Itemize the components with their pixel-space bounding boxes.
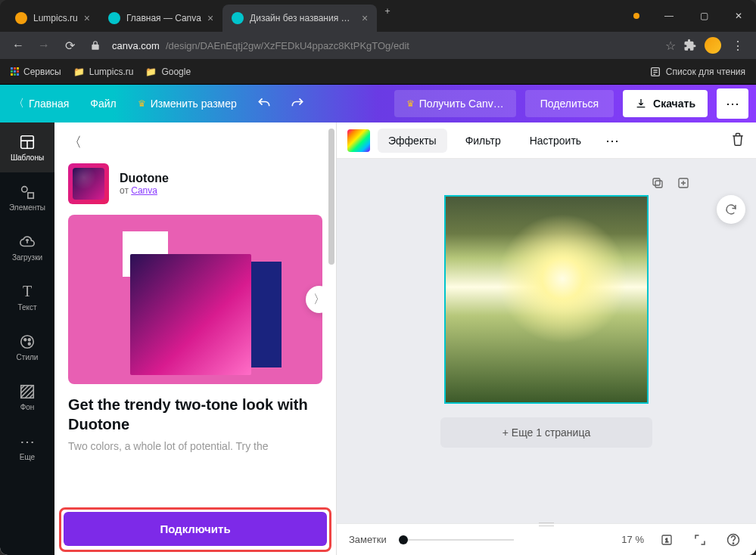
chevron-left-icon: 〈 (14, 97, 24, 110)
svg-point-9 (21, 335, 34, 348)
browser-tab[interactable]: Lumpics.ru × (6, 5, 99, 32)
crown-icon: ♛ (138, 98, 146, 109)
svg-text:1: 1 (665, 537, 668, 544)
bookmark-star-icon[interactable]: ☆ (665, 39, 676, 53)
close-icon[interactable]: × (362, 12, 368, 24)
browser-tab[interactable]: Главная — Canva × (99, 5, 222, 32)
grid-view-icon[interactable]: 1 (656, 529, 677, 550)
help-icon[interactable] (723, 529, 744, 550)
extensions-icon[interactable] (683, 39, 697, 52)
rail-text[interactable]: T Текст (0, 272, 54, 322)
bookmark-label: Сервисы (23, 67, 61, 77)
side-panel: 〈 Duotone от Canva 〉 (54, 122, 336, 555)
reading-list-button[interactable]: Список для чтения (649, 66, 745, 78)
toolbar-label: Главная (29, 98, 69, 110)
author-link[interactable]: Canva (131, 185, 157, 196)
page-image (446, 197, 647, 402)
share-button[interactable]: Поделиться (525, 90, 614, 117)
rail-templates[interactable]: Шаблоны (0, 122, 54, 172)
duplicate-page-icon[interactable] (649, 174, 667, 192)
reading-list-icon (649, 66, 661, 78)
get-pro-button[interactable]: ♛ Получить Canv… (394, 90, 516, 117)
styles-icon (19, 333, 36, 350)
minimize-button[interactable]: ― (652, 0, 686, 32)
footer-drag-handle[interactable] (531, 519, 562, 529)
toolbar-label: Скачать (653, 98, 695, 110)
forward-button[interactable]: → (35, 36, 53, 54)
elements-icon (19, 184, 36, 200)
toolbar-label: Получить Canv… (419, 98, 504, 110)
file-menu[interactable]: Файл (84, 93, 122, 114)
lock-icon[interactable] (86, 36, 104, 54)
bookmark-label: Google (161, 67, 191, 77)
canvas-area: Эффекты Фильтр Настроить ⋯ (336, 122, 756, 555)
close-window-button[interactable]: ✕ (721, 0, 756, 32)
bookmark-folder[interactable]: 📁 Lumpics.ru (73, 67, 134, 77)
design-page[interactable] (444, 195, 649, 404)
panel-title: Get the trendy two-tone look with Duoton… (68, 395, 322, 434)
zoom-level[interactable]: 17 % (621, 534, 644, 545)
rail-background[interactable]: Фон (0, 372, 54, 422)
reload-button[interactable]: ⟳ (61, 36, 79, 54)
resize-menu[interactable]: ♛ Изменить размер (132, 93, 243, 114)
site-icon (108, 12, 120, 24)
panel-scrollbar[interactable] (328, 129, 334, 510)
app-toolbar: 〈 Главная Файл ♛ Изменить размер ♛ Получ… (0, 85, 756, 122)
url-bar: ← → ⟳ canva.com/design/DAEnEqtj2gw/XzFED… (0, 32, 756, 59)
maximize-button[interactable]: ▢ (686, 0, 721, 32)
close-icon[interactable]: × (207, 12, 213, 24)
back-button[interactable]: ← (9, 36, 27, 54)
panel-back-button[interactable]: 〈 (68, 133, 82, 151)
bookmarks-bar: Сервисы 📁 Lumpics.ru 📁 Google Список для… (0, 59, 756, 85)
site-icon (15, 12, 27, 24)
fullscreen-icon[interactable] (689, 529, 711, 550)
undo-button[interactable] (252, 91, 276, 116)
app-name: Duotone (120, 172, 169, 185)
bookmark-folder[interactable]: 📁 Google (145, 67, 191, 77)
svg-rect-8 (28, 192, 33, 197)
gallery-next-button[interactable]: 〉 (306, 286, 322, 313)
svg-point-7 (22, 186, 27, 191)
close-icon[interactable]: × (84, 12, 90, 24)
rail-styles[interactable]: Стили (0, 322, 54, 372)
redo-button[interactable] (285, 91, 310, 116)
delete-button[interactable] (730, 132, 745, 150)
add-page-icon[interactable] (674, 174, 692, 192)
rail-uploads[interactable]: Загрузки (0, 222, 54, 272)
download-icon (635, 98, 647, 110)
browser-tab-active[interactable]: Дизайн без названия — 1481 × (222, 5, 377, 32)
more-menu-button[interactable]: ⋯ (717, 88, 748, 119)
url-host: canva.com (112, 40, 160, 51)
color-swatch-button[interactable] (347, 129, 370, 152)
bookmark-apps[interactable]: Сервисы (11, 67, 61, 77)
profile-avatar-icon[interactable] (705, 37, 721, 54)
svg-point-12 (28, 343, 30, 345)
slider-track[interactable] (408, 539, 514, 541)
panel-description: Two colors, a whole lot of potential. Tr… (68, 440, 322, 452)
home-button[interactable]: 〈 Главная (8, 92, 75, 115)
rail-elements[interactable]: Элементы (0, 172, 54, 222)
more-icon: ⋯ (19, 433, 36, 450)
adjust-tab[interactable]: Настроить (519, 129, 592, 153)
site-icon (232, 12, 244, 24)
new-tab-button[interactable]: ＋ (377, 0, 398, 21)
svg-rect-19 (655, 181, 662, 188)
filter-tab[interactable]: Фильтр (455, 129, 512, 153)
canvas-viewport[interactable]: + Еще 1 страница (337, 159, 756, 523)
context-toolbar: Эффекты Фильтр Настроить ⋯ (337, 122, 756, 159)
address-field[interactable]: canva.com/design/DAEnEqtj2gw/XzFEDkU4ppa… (112, 40, 658, 51)
connect-button[interactable]: Подключить (64, 512, 327, 546)
slider-thumb[interactable] (399, 535, 408, 544)
context-more-button[interactable]: ⋯ (599, 132, 625, 149)
rail-label: Стили (17, 353, 39, 361)
rail-more[interactable]: ⋯ Еще (0, 422, 54, 472)
svg-point-10 (24, 338, 26, 340)
add-page-button[interactable]: + Еще 1 страница (440, 417, 652, 448)
notes-button[interactable]: Заметки (349, 534, 387, 545)
download-button[interactable]: Скачать (623, 90, 708, 117)
recrop-button[interactable] (717, 195, 745, 224)
background-icon (19, 383, 36, 400)
effects-tab[interactable]: Эффекты (378, 129, 447, 153)
browser-menu-button[interactable]: ⋮ (729, 36, 747, 54)
rail-label: Еще (20, 453, 35, 461)
